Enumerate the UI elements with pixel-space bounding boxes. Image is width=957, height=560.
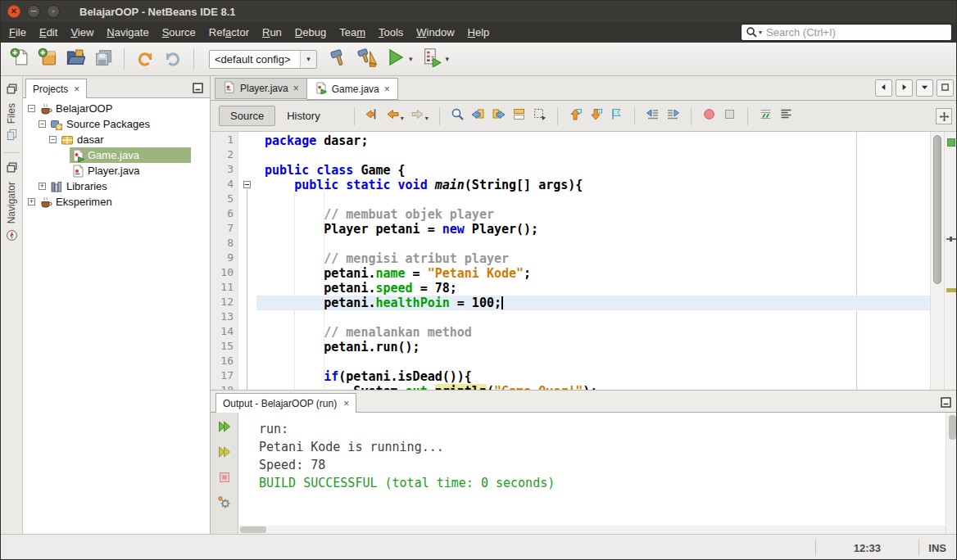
debug-project-button[interactable] <box>418 45 446 73</box>
expand-toggle[interactable]: + <box>28 198 35 205</box>
scrollbar-thumb[interactable] <box>933 135 941 284</box>
maximize-window-button[interactable]: ▫ <box>47 5 60 18</box>
code-line-1[interactable]: package dasar; <box>256 133 930 148</box>
config-combobox[interactable]: <default config>▾ <box>209 50 317 69</box>
tree-item-source-packages[interactable]: −Source Packages <box>23 116 210 132</box>
error-stripe[interactable] <box>944 132 957 390</box>
new-file-button[interactable] <box>6 45 34 73</box>
code-line-14[interactable]: // menalankan method <box>256 325 930 340</box>
code-line-10[interactable]: petani.name = "Petani Kode"; <box>256 266 930 281</box>
minimize-panel-icon[interactable] <box>193 82 203 93</box>
source-view-button[interactable]: Source <box>219 106 275 126</box>
expand-toggle[interactable]: − <box>28 105 35 112</box>
code-line-2[interactable] <box>256 148 930 163</box>
last-edit-button[interactable] <box>362 106 383 126</box>
close-tab-icon[interactable]: × <box>384 84 390 95</box>
rerun-changed-button[interactable] <box>215 444 234 463</box>
code-line-11[interactable]: petani.speed = 78; <box>256 281 930 296</box>
menu-source[interactable]: Source <box>156 24 202 41</box>
run-project-button[interactable] <box>381 45 409 73</box>
editor-scrollbar[interactable] <box>930 132 944 390</box>
close-tab-icon[interactable]: × <box>74 84 79 95</box>
rectangular-selection-button[interactable] <box>529 106 550 126</box>
code-line-13[interactable] <box>256 310 930 325</box>
code-line-15[interactable]: petani.run(); <box>256 340 930 355</box>
tab-output[interactable]: Output - BelajarOOP (run) × <box>215 393 356 413</box>
split-document-icon[interactable] <box>936 108 952 124</box>
close-tab-icon[interactable]: × <box>343 398 349 409</box>
code-line-17[interactable]: if(petani.isDead()){ <box>256 369 930 384</box>
scrollbar-thumb[interactable] <box>949 415 956 440</box>
sidebar-files-label[interactable]: Files <box>6 103 17 124</box>
tree-item-belajaroop[interactable]: −BelajarOOP <box>23 101 210 116</box>
record-macro-button[interactable] <box>699 106 719 126</box>
code-fold-toggle[interactable] <box>243 181 251 188</box>
close-tab-icon[interactable]: × <box>293 83 299 94</box>
tree-item-libraries[interactable]: +Libraries <box>23 178 210 194</box>
code-editor[interactable]: 123456789101112131415161718 package dasa… <box>211 132 957 390</box>
maximize-window-button[interactable] <box>937 79 954 97</box>
undo-button[interactable] <box>131 45 159 73</box>
menu-run[interactable]: Run <box>256 24 288 41</box>
output-scrollbar[interactable] <box>946 413 957 534</box>
code-line-4[interactable]: public static void main(String[] args){ <box>256 178 930 192</box>
quick-search-box[interactable]: ▾ <box>741 24 952 41</box>
minimize-window-button[interactable]: ─ <box>27 5 40 18</box>
code-line-5[interactable] <box>256 192 930 207</box>
output-hscrollbar[interactable] <box>238 526 946 534</box>
expand-toggle[interactable]: − <box>49 136 57 143</box>
new-project-button[interactable] <box>34 45 61 73</box>
sidebar-group-files[interactable]: Files <box>6 76 18 144</box>
menu-view[interactable]: View <box>64 24 100 41</box>
save-all-button[interactable] <box>89 45 117 73</box>
code-line-8[interactable] <box>256 237 930 251</box>
menu-window[interactable]: Window <box>410 24 460 41</box>
code-line-9[interactable]: // mengisi atribut player <box>256 251 930 266</box>
tree-item-eksperimen[interactable]: +Eksperimen <box>23 194 210 210</box>
stop-build-button[interactable] <box>215 469 234 489</box>
scroll-tabs-left-button[interactable] <box>875 79 892 97</box>
menu-edit[interactable]: Edit <box>33 24 64 41</box>
next-bookmark-button[interactable] <box>586 106 606 126</box>
tab-projects[interactable]: Projects × <box>25 79 87 98</box>
tree-item-player-java[interactable]: Player.java <box>23 163 210 178</box>
code-line-3[interactable]: public class Game { <box>256 163 930 178</box>
close-window-button[interactable]: ✕ <box>7 5 20 18</box>
code-line-18[interactable]: System.out.println("Game Over!"); <box>256 384 930 390</box>
tree-item-dasar[interactable]: −dasar <box>23 132 210 147</box>
menu-tools[interactable]: Tools <box>372 24 410 41</box>
toggle-highlight-button[interactable] <box>509 106 529 126</box>
menu-refactor[interactable]: Refactor <box>202 24 256 41</box>
shift-line-right-button[interactable] <box>663 106 683 126</box>
tab-player-java[interactable]: Player.java× <box>215 78 306 99</box>
rerun-button[interactable] <box>215 418 234 438</box>
find-selection-button[interactable] <box>447 106 468 126</box>
redo-button[interactable] <box>159 45 187 73</box>
uncomment-button[interactable] <box>776 106 796 126</box>
titlebar[interactable]: ✕ ─ ▫ BelajarOOP - NetBeans IDE 8.1 <box>1 1 956 22</box>
find-previous-button[interactable] <box>468 106 488 126</box>
stop-macro-button[interactable] <box>719 106 740 126</box>
menu-debug[interactable]: Debug <box>288 24 333 41</box>
search-input[interactable] <box>766 26 951 38</box>
build-project-button[interactable] <box>325 45 353 73</box>
scroll-tabs-right-button[interactable] <box>896 79 913 97</box>
chevron-down-icon[interactable]: ▾ <box>300 51 316 68</box>
toggle-bookmark-button[interactable] <box>606 106 627 126</box>
code-line-16[interactable] <box>256 355 930 369</box>
code-line-6[interactable]: // membuat objek player <box>256 207 930 222</box>
menu-team[interactable]: Team <box>333 24 372 41</box>
minimize-panel-icon[interactable] <box>941 396 951 407</box>
expand-toggle[interactable]: + <box>39 183 46 190</box>
code-line-12[interactable]: petani.healthPoin = 100; <box>256 296 930 310</box>
shift-line-left-button[interactable] <box>642 106 663 126</box>
menu-file[interactable]: File <box>2 24 33 41</box>
debug-caret-icon[interactable]: ▾ <box>446 55 450 63</box>
history-view-button[interactable]: History <box>275 106 331 126</box>
scrollbar-thumb[interactable] <box>240 526 266 533</box>
expand-toggle[interactable]: − <box>39 120 46 128</box>
menu-navigate[interactable]: Navigate <box>100 24 155 41</box>
menu-help[interactable]: Help <box>461 24 497 41</box>
sidebar-group-navigator[interactable]: Navigator <box>6 155 18 244</box>
open-project-button[interactable] <box>61 45 89 73</box>
